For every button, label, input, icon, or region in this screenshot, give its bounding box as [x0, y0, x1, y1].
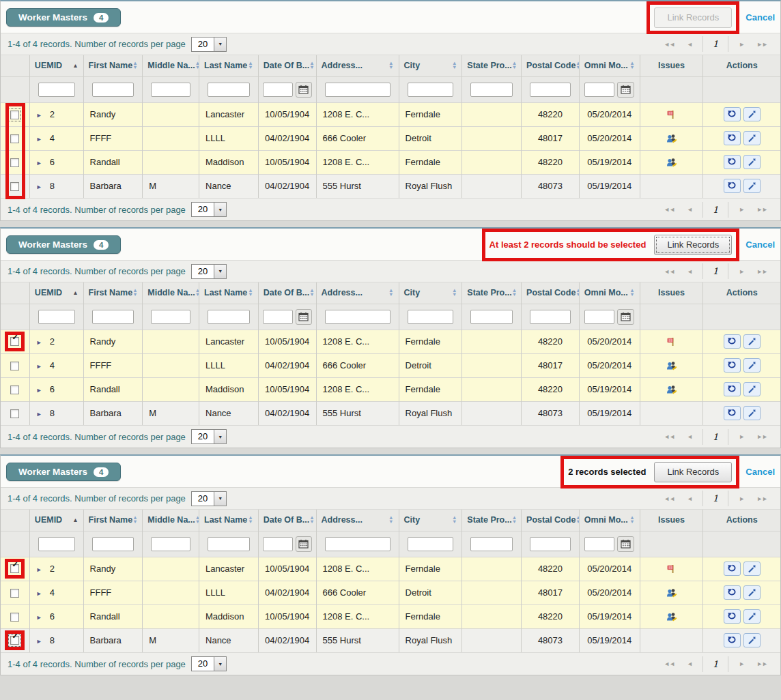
- expand-row-icon[interactable]: ►: [36, 363, 42, 370]
- prev-page-button[interactable]: ◄: [681, 495, 698, 502]
- next-page-button[interactable]: ►: [733, 206, 750, 213]
- filter-input-address[interactable]: [325, 537, 390, 551]
- column-header-middle-name[interactable]: Middle Na...▲▼: [143, 55, 199, 76]
- filter-input-city[interactable]: [408, 310, 454, 324]
- magic-wand-action-button[interactable]: [743, 155, 761, 169]
- row-checkbox[interactable]: [10, 337, 19, 346]
- first-page-button[interactable]: ◄◄: [657, 41, 681, 48]
- filter-input-state-province[interactable]: [470, 310, 513, 324]
- filter-input-uemid[interactable]: [38, 537, 75, 551]
- filter-input-address[interactable]: [325, 83, 390, 97]
- filter-input-last-name[interactable]: [208, 537, 250, 551]
- column-header-city[interactable]: City▲▼: [399, 55, 462, 76]
- column-header-middle-name[interactable]: Middle Na...▲▼: [143, 282, 199, 304]
- link-records-button[interactable]: Link Records: [654, 462, 732, 482]
- column-header-last-name[interactable]: Last Name▲▼: [199, 282, 259, 304]
- circular-arrow-action-button[interactable]: [724, 609, 741, 624]
- circular-arrow-action-button[interactable]: [724, 131, 741, 145]
- tab-worker-masters[interactable]: Worker Masters 4: [6, 235, 121, 254]
- filter-input-date-of-birth[interactable]: [263, 537, 293, 551]
- expand-row-icon[interactable]: ►: [36, 112, 42, 119]
- magic-wand-action-button[interactable]: [743, 585, 761, 600]
- column-header-omni-modified[interactable]: Omni Mo...▲▼: [579, 55, 640, 76]
- circular-arrow-action-button[interactable]: [724, 382, 741, 396]
- expand-row-icon[interactable]: ►: [36, 184, 42, 190]
- filter-input-middle-name[interactable]: [151, 310, 190, 324]
- filter-input-uemid[interactable]: [38, 310, 75, 324]
- first-page-button[interactable]: ◄◄: [657, 268, 681, 275]
- column-header-last-name[interactable]: Last Name▲▼: [199, 55, 259, 76]
- first-page-button[interactable]: ◄◄: [657, 495, 681, 502]
- row-checkbox[interactable]: [10, 111, 19, 119]
- last-page-button[interactable]: ►►: [750, 206, 773, 213]
- filter-input-date-of-birth[interactable]: [263, 310, 293, 324]
- filter-input-first-name[interactable]: [92, 83, 134, 97]
- magic-wand-action-button[interactable]: [743, 562, 761, 576]
- column-header-city[interactable]: City▲▼: [399, 510, 462, 531]
- column-header-first-name[interactable]: First Name▲▼: [83, 55, 143, 76]
- last-page-button[interactable]: ►►: [750, 268, 773, 275]
- row-checkbox[interactable]: [10, 182, 19, 191]
- prev-page-button[interactable]: ◄: [681, 41, 698, 48]
- expand-row-icon[interactable]: ►: [36, 638, 42, 645]
- filter-input-omni-modified[interactable]: [584, 83, 614, 97]
- magic-wand-action-button[interactable]: [743, 131, 761, 145]
- filter-input-city[interactable]: [408, 537, 454, 551]
- prev-page-button[interactable]: ◄: [681, 433, 698, 440]
- row-checkbox[interactable]: [10, 564, 19, 573]
- expand-row-icon[interactable]: ►: [36, 136, 42, 143]
- filter-input-date-of-birth[interactable]: [263, 83, 293, 97]
- expand-row-icon[interactable]: ►: [36, 160, 42, 166]
- column-header-first-name[interactable]: First Name▲▼: [83, 510, 143, 531]
- prev-page-button[interactable]: ◄: [681, 660, 698, 667]
- filter-input-postal-code[interactable]: [530, 83, 571, 97]
- next-page-button[interactable]: ►: [733, 268, 750, 275]
- magic-wand-action-button[interactable]: [743, 609, 761, 624]
- per-page-select[interactable]: 20 ▼: [191, 202, 227, 217]
- column-header-state-province[interactable]: State Pro...▲▼: [462, 282, 522, 304]
- column-header-uemid[interactable]: UEMID▲: [29, 55, 83, 76]
- column-header-date-of-birth[interactable]: Date Of B...▲▼: [258, 510, 316, 531]
- next-page-button[interactable]: ►: [733, 41, 750, 48]
- filter-input-omni-modified[interactable]: [584, 310, 614, 324]
- filter-input-middle-name[interactable]: [151, 537, 190, 551]
- magic-wand-action-button[interactable]: [743, 406, 761, 420]
- column-header-omni-modified[interactable]: Omni Mo...▲▼: [579, 510, 640, 531]
- column-header-postal-code[interactable]: Postal Code▲▼: [522, 510, 580, 531]
- circular-arrow-action-button[interactable]: [724, 585, 741, 600]
- next-page-button[interactable]: ►: [733, 660, 750, 667]
- magic-wand-action-button[interactable]: [743, 107, 761, 121]
- column-header-city[interactable]: City▲▼: [399, 282, 462, 304]
- column-header-address[interactable]: Address...▲▼: [316, 510, 399, 531]
- last-page-button[interactable]: ►►: [750, 433, 773, 440]
- circular-arrow-action-button[interactable]: [724, 334, 741, 349]
- column-header-date-of-birth[interactable]: Date Of B...▲▼: [258, 55, 316, 76]
- row-checkbox[interactable]: [10, 636, 19, 645]
- filter-input-city[interactable]: [408, 83, 454, 97]
- filter-input-last-name[interactable]: [208, 310, 250, 324]
- filter-input-uemid[interactable]: [38, 83, 75, 97]
- magic-wand-action-button[interactable]: [743, 179, 761, 193]
- filter-input-postal-code[interactable]: [530, 310, 571, 324]
- last-page-button[interactable]: ►►: [750, 495, 773, 502]
- per-page-select[interactable]: 20 ▼: [191, 656, 227, 671]
- magic-wand-action-button[interactable]: [743, 382, 761, 396]
- date-of-birth-calendar-button[interactable]: [296, 82, 312, 98]
- expand-row-icon[interactable]: ►: [36, 614, 42, 621]
- magic-wand-action-button[interactable]: [743, 358, 761, 373]
- first-page-button[interactable]: ◄◄: [657, 660, 681, 667]
- column-header-postal-code[interactable]: Postal Code▲▼: [522, 282, 580, 304]
- filter-input-omni-modified[interactable]: [584, 537, 614, 551]
- column-header-omni-modified[interactable]: Omni Mo...▲▼: [579, 282, 640, 304]
- expand-row-icon[interactable]: ►: [36, 387, 42, 394]
- next-page-button[interactable]: ►: [733, 495, 750, 502]
- prev-page-button[interactable]: ◄: [681, 268, 698, 275]
- filter-input-address[interactable]: [325, 310, 390, 324]
- next-page-button[interactable]: ►: [733, 433, 750, 440]
- row-checkbox[interactable]: [10, 385, 19, 394]
- column-header-address[interactable]: Address...▲▼: [316, 282, 399, 304]
- column-header-middle-name[interactable]: Middle Na...▲▼: [143, 510, 199, 531]
- filter-input-state-province[interactable]: [470, 537, 513, 551]
- filter-input-postal-code[interactable]: [530, 537, 571, 551]
- row-checkbox[interactable]: [10, 158, 19, 167]
